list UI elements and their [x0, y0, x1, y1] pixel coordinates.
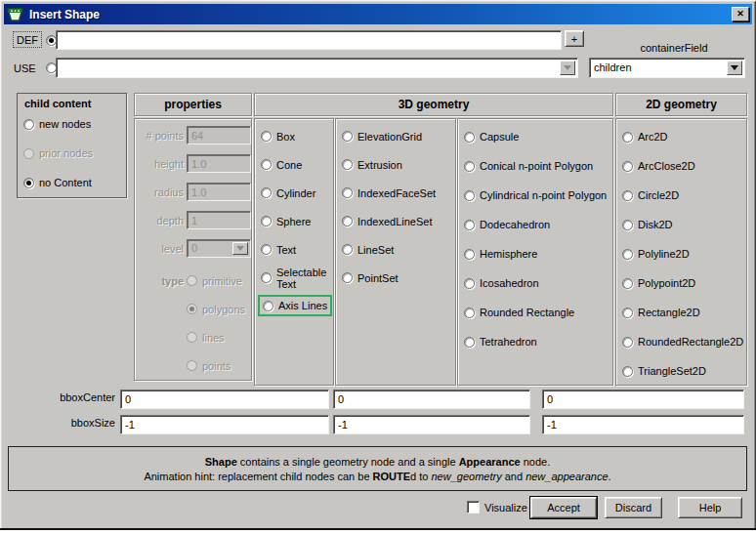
bbox-center-z-input[interactable]: [542, 390, 744, 409]
geometry-2d-arc2d[interactable]: Arc2D: [622, 122, 746, 151]
geometry-3d-hemisphere[interactable]: Hemisphere: [464, 239, 612, 268]
radio-icon[interactable]: [261, 187, 272, 198]
radio-icon[interactable]: [464, 161, 475, 172]
radio-icon[interactable]: [622, 278, 633, 289]
radio-icon[interactable]: [464, 220, 475, 230]
prop-label: # points: [139, 130, 184, 142]
def-input[interactable]: [56, 30, 562, 50]
accept-button[interactable]: Accept: [530, 497, 597, 518]
geometry-3d-box[interactable]: Box: [261, 122, 333, 150]
radio-icon[interactable]: [261, 159, 272, 170]
radio-icon[interactable]: [261, 216, 272, 226]
title-bar[interactable]: Insert Shape ✕: [4, 4, 752, 24]
geometry-2d-arcclose2d[interactable]: ArcClose2D: [622, 151, 746, 181]
geometry-3d-rounded-rectangle[interactable]: Rounded Rectangle: [464, 298, 612, 327]
radio-icon[interactable]: [622, 132, 633, 143]
geometry-2d-roundedrectangle2d[interactable]: RoundedRectangle2D: [622, 327, 746, 356]
bbox-center-x-input[interactable]: [120, 390, 329, 409]
geometry-3d-conical-n-point-polygon[interactable]: Conical n-point Polygon: [464, 151, 612, 181]
visualize-checkbox[interactable]: [467, 501, 480, 513]
help-button[interactable]: Help: [678, 497, 742, 518]
container-field-combo[interactable]: children: [589, 58, 745, 78]
radio-icon[interactable]: [261, 244, 272, 255]
geometry-3d-axis-lines[interactable]: Axis Lines: [258, 295, 332, 316]
bbox-size-y-input[interactable]: [333, 415, 530, 434]
bbox-size-x-input[interactable]: [120, 415, 329, 434]
info-text-segment: Animation hint: replacement child nodes …: [144, 471, 372, 482]
radio-icon[interactable]: [263, 301, 273, 311]
radio-icon[interactable]: [622, 337, 633, 348]
radio-icon[interactable]: [342, 131, 353, 142]
radio-icon[interactable]: [342, 272, 353, 283]
geometry-3d-capsule[interactable]: Capsule: [464, 122, 612, 151]
use-label: USE: [14, 60, 36, 76]
radio-label: Conical n-point Polygon: [480, 160, 593, 172]
geometry-3d-selectable-text[interactable]: Selectable Text: [261, 264, 333, 292]
geometry-3d-elevationgrid[interactable]: ElevationGrid: [342, 122, 455, 150]
geometry-3d-text[interactable]: Text: [261, 235, 333, 264]
radio-icon[interactable]: [622, 161, 633, 172]
radio-icon[interactable]: [23, 178, 34, 188]
type-option-points: points: [187, 351, 245, 380]
radio-label: Box: [276, 131, 295, 143]
radio-label: lines: [202, 332, 225, 344]
radio-icon[interactable]: [622, 308, 633, 318]
geometry-3d-indexedfaceset[interactable]: IndexedFaceSet: [342, 179, 455, 207]
child-content-option-no-content[interactable]: no Content: [23, 168, 126, 197]
radio-icon[interactable]: [622, 220, 633, 230]
geometry-3d-cone[interactable]: Cone: [261, 150, 333, 179]
radio-icon[interactable]: [342, 187, 353, 198]
radio-icon[interactable]: [23, 119, 34, 130]
screen: Insert Shape ✕ DEF + containerField USE …: [0, 0, 756, 534]
radio-icon[interactable]: [342, 159, 353, 170]
child-content-option-new-nodes[interactable]: new nodes: [23, 109, 126, 139]
geometry-2d-header: 2D geometry: [615, 93, 747, 116]
geometry-3d-icosahedron[interactable]: Icosahedron: [464, 268, 612, 298]
prop-row-depth: depth: [139, 206, 247, 234]
radio-label: Text: [276, 244, 296, 256]
geometry-3d-indexedlineset[interactable]: IndexedLineSet: [342, 207, 455, 235]
radio-label: Rectangle2D: [638, 307, 700, 318]
geometry-2d-polyline2d[interactable]: Polyline2D: [622, 239, 746, 268]
radio-icon[interactable]: [464, 190, 475, 201]
geometry-3d-sphere[interactable]: Sphere: [261, 207, 333, 235]
radio-icon[interactable]: [464, 337, 475, 348]
close-button[interactable]: ✕: [732, 7, 749, 21]
geometry-3d-extrusion[interactable]: Extrusion: [342, 150, 455, 179]
use-combo[interactable]: [56, 58, 578, 78]
geometry-2d-rectangle2d[interactable]: Rectangle2D: [622, 298, 746, 327]
def-label: DEF: [13, 31, 42, 48]
geometry-3d-lineset[interactable]: LineSet: [342, 235, 455, 264]
bbox-center-y-input[interactable]: [333, 390, 530, 409]
geometry-2d-circle2d[interactable]: Circle2D: [622, 181, 746, 210]
geometry-3d-dodecahedron[interactable]: Dodecahedron: [464, 210, 612, 239]
radio-label: Hemisphere: [480, 248, 537, 260]
radio-label: new nodes: [39, 118, 91, 130]
container-field-dropdown-button[interactable]: [727, 61, 742, 75]
plus-button[interactable]: +: [565, 30, 584, 47]
radio-icon[interactable]: [342, 244, 353, 255]
geometry-2d-polypoint2d[interactable]: Polypoint2D: [622, 268, 746, 298]
radio-icon[interactable]: [261, 272, 272, 283]
radio-icon[interactable]: [622, 190, 633, 201]
discard-button[interactable]: Discard: [605, 497, 662, 518]
geometry-3d-cylinder[interactable]: Cylinder: [261, 179, 333, 207]
radio-icon[interactable]: [464, 249, 475, 260]
radio-icon[interactable]: [464, 132, 475, 143]
geometry-2d-disk2d[interactable]: Disk2D: [622, 210, 746, 239]
radio-icon[interactable]: [464, 278, 475, 289]
radio-icon[interactable]: [261, 131, 272, 142]
radio-icon[interactable]: [622, 249, 633, 260]
radio-icon[interactable]: [342, 216, 353, 226]
radio-icon[interactable]: [622, 366, 633, 377]
geometry-3d-tetrahedron[interactable]: Tetrahedron: [464, 327, 612, 356]
geometry-3d-cylindrical-n-point-polygon[interactable]: Cylindrical n-point Polygon: [464, 181, 612, 210]
radio-icon: [187, 332, 197, 343]
radio-icon[interactable]: [464, 308, 475, 318]
radio-label: Circle2D: [638, 189, 679, 201]
geometry-2d-triangleset2d[interactable]: TriangleSet2D: [622, 356, 746, 386]
geometry-3d-pointset[interactable]: PointSet: [342, 264, 455, 292]
bbox-size-z-input[interactable]: [542, 415, 744, 434]
info-text-segment: and: [502, 471, 525, 482]
info-text-segment: Shape: [205, 456, 237, 468]
